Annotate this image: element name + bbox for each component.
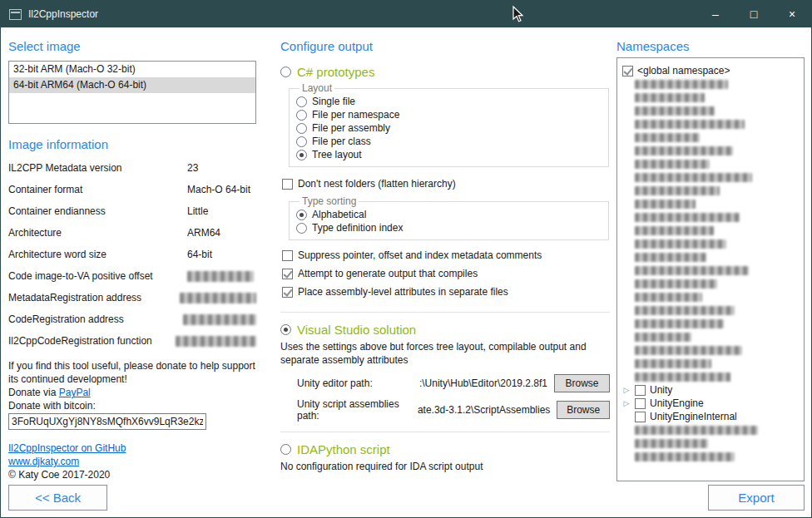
info-label: Container endianness [8,205,187,217]
paypal-link[interactable]: PayPal [59,387,91,398]
app-icon [9,9,22,20]
visual-studio-description: Uses the settings above but forces tree … [280,340,610,367]
unity-editor-path-value: :\Unity\Hub\Editor\2019.2.8f1 [419,377,547,389]
sorting-options: AlphabeticalType definition index [296,208,602,234]
maximize-button[interactable]: □ [735,1,773,27]
radio-option[interactable]: Tree layout [296,148,602,161]
namespace-list[interactable]: <global namespace>▷Unity▷UnityEngineUnit… [616,57,805,481]
redacted-value [176,336,256,347]
bitcoin-address-input[interactable] [8,413,206,430]
main-content: Select image 32-bit ARM (Mach-O 32-bit)6… [1,27,811,517]
namespace-row-redacted[interactable] [635,317,799,330]
namespace-checkbox[interactable] [635,398,646,409]
radio-icon [280,67,291,77]
donate-text: If you find this tool useful, please don… [8,359,256,386]
namespace-row-redacted[interactable] [635,131,799,144]
minimize-button[interactable]: – [696,1,735,27]
namespace-row-redacted[interactable] [635,117,799,131]
namespace-row-redacted[interactable] [635,303,799,317]
namespace-row-redacted[interactable] [635,423,799,437]
checkbox-option[interactable]: Don't nest folders (flatten hierarchy) [282,177,610,190]
checkbox-label: Don't nest folders (flatten hierarchy) [298,178,456,190]
csharp-prototypes-radio[interactable]: C# prototypes [280,65,610,79]
csharp-prototypes-label: C# prototypes [297,65,374,79]
namespace-row[interactable]: UnityEngineInternal [622,410,799,423]
namespace-checkbox[interactable] [635,385,646,396]
image-list-item[interactable]: 32-bit ARM (Mach-O 32-bit) [9,62,255,77]
namespace-row[interactable]: ▷UnityEngine [622,397,799,410]
browse-assemblies-button[interactable]: Browse [557,401,610,419]
radio-label: Tree layout [312,149,362,160]
close-button[interactable]: × [773,1,811,27]
radio-option[interactable]: Type definition index [296,221,602,234]
app-window: Il2CppInspector – □ × Select image 32-bi… [0,0,812,518]
radio-option[interactable]: Alphabetical [296,208,602,221]
expander-icon[interactable]: ▷ [622,397,631,410]
namespace-row-redacted[interactable] [635,91,799,104]
info-label: MetadataRegistration address [8,292,180,303]
redacted-namespace [635,359,711,368]
checkbox-option[interactable]: Attempt to generate output that compiles [282,267,610,280]
info-row: MetadataRegistration address [8,292,256,313]
info-label: CodeRegistration address [8,313,183,325]
namespace-row-redacted[interactable] [635,450,799,463]
namespace-row-redacted[interactable] [635,157,799,170]
mouse-cursor [510,5,525,25]
radio-option[interactable]: File per class [296,135,602,148]
github-link[interactable]: Il2CppInspector on GitHub [8,442,126,454]
copyright-text: © Katy Coe 2017-2020 [8,468,256,481]
expander-icon[interactable]: ▷ [622,383,631,397]
image-listbox[interactable]: 32-bit ARM (Mach-O 32-bit)64-bit ARM64 (… [8,61,256,124]
checkbox-label: Place assembly-level attributes in separ… [298,286,508,298]
namespace-row-redacted[interactable] [635,250,799,264]
browse-editor-button[interactable]: Browse [554,374,610,392]
checkbox-option[interactable]: Place assembly-level attributes in separ… [282,285,610,298]
namespace-label: UnityEngineInternal [650,411,737,422]
checkbox-option[interactable]: Suppress pointer, offset and index metad… [282,249,610,262]
info-value [187,270,256,282]
namespace-row-redacted[interactable] [635,104,799,117]
namespace-row-redacted[interactable] [635,210,799,224]
namespace-row-redacted[interactable] [635,197,799,210]
namespace-row-redacted[interactable] [635,357,799,370]
radio-icon [296,123,307,134]
back-button[interactable]: << Back [8,485,107,511]
checkbox-icon [282,269,293,279]
namespace-checkbox[interactable] [622,66,633,76]
namespace-row-redacted[interactable] [635,77,799,91]
visual-studio-radio[interactable]: Visual Studio solution [280,323,610,337]
namespace-row-redacted[interactable] [635,437,799,450]
namespace-row-redacted[interactable] [635,224,799,237]
close-icon: × [789,7,795,21]
namespace-row-redacted[interactable] [635,330,799,343]
radio-option[interactable]: File per assembly [296,121,602,135]
namespace-row-redacted[interactable] [635,264,799,277]
idapython-radio[interactable]: IDAPython script [280,442,610,456]
namespace-label: <global namespace> [637,65,730,76]
namespace-row-redacted[interactable] [635,370,799,383]
links-block: Il2CppInspector on GitHub www.djkaty.com… [8,442,256,481]
namespace-row[interactable]: <global namespace> [622,64,799,77]
namespace-row[interactable]: ▷Unity [622,383,799,397]
export-button[interactable]: Export [708,485,805,511]
namespace-row-redacted[interactable] [635,290,799,303]
namespace-row-redacted[interactable] [635,237,799,250]
radio-option[interactable]: File per namespace [296,108,602,121]
redacted-namespace [635,133,700,142]
namespace-row-redacted[interactable] [635,277,799,290]
namespace-row-redacted[interactable] [635,184,799,197]
namespace-row-redacted[interactable] [635,144,799,157]
info-row: Code image-to-VA positive offset [8,270,256,292]
redacted-value [180,293,256,303]
namespace-row-redacted[interactable] [635,170,799,184]
info-value: 64-bit [187,249,256,260]
namespace-checkbox[interactable] [635,412,646,422]
redacted-namespace [635,279,717,289]
website-link[interactable]: www.djkaty.com [8,456,79,467]
layout-group-label: Layout [300,82,334,94]
redacted-namespace [635,333,691,342]
namespace-row-redacted[interactable] [635,343,799,357]
image-list-item[interactable]: 64-bit ARM64 (Mach-O 64-bit) [9,77,255,93]
redacted-namespace [635,160,710,169]
radio-option[interactable]: Single file [296,95,602,108]
